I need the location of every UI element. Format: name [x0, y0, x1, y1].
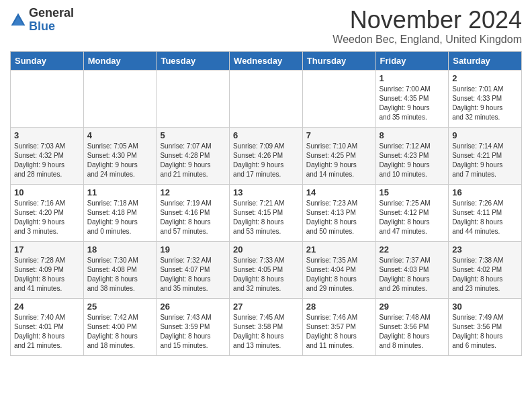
day-info: Sunrise: 7:42 AM Sunset: 4:00 PM Dayligh… — [87, 313, 153, 351]
calendar-cell: 1Sunrise: 7:00 AM Sunset: 4:35 PM Daylig… — [375, 70, 449, 127]
day-info: Sunrise: 7:16 AM Sunset: 4:20 PM Dayligh… — [14, 199, 80, 236]
day-number: 5 — [160, 130, 226, 140]
calendar-cell: 25Sunrise: 7:42 AM Sunset: 4:00 PM Dayli… — [83, 298, 157, 355]
day-number: 15 — [380, 187, 445, 197]
calendar-cell: 29Sunrise: 7:48 AM Sunset: 3:56 PM Dayli… — [375, 298, 449, 355]
day-number: 24 — [14, 302, 80, 312]
day-info: Sunrise: 7:19 AM Sunset: 4:16 PM Dayligh… — [160, 199, 226, 236]
calendar-cell — [157, 70, 230, 127]
calendar-cell: 11Sunrise: 7:18 AM Sunset: 4:18 PM Dayli… — [83, 184, 157, 241]
day-number: 17 — [14, 244, 80, 255]
day-info: Sunrise: 7:21 AM Sunset: 4:15 PM Dayligh… — [233, 199, 299, 236]
day-number: 21 — [306, 244, 372, 255]
day-number: 18 — [87, 244, 153, 255]
day-number: 1 — [380, 73, 445, 83]
calendar-cell: 16Sunrise: 7:26 AM Sunset: 4:11 PM Dayli… — [449, 184, 522, 241]
day-info: Sunrise: 7:23 AM Sunset: 4:13 PM Dayligh… — [306, 199, 372, 236]
day-number: 16 — [452, 187, 518, 197]
day-info: Sunrise: 7:18 AM Sunset: 4:18 PM Dayligh… — [87, 199, 153, 236]
calendar-cell: 2Sunrise: 7:01 AM Sunset: 4:33 PM Daylig… — [449, 70, 522, 127]
calendar-cell: 20Sunrise: 7:33 AM Sunset: 4:05 PM Dayli… — [230, 241, 303, 298]
calendar-cell: 19Sunrise: 7:32 AM Sunset: 4:07 PM Dayli… — [157, 241, 230, 298]
col-header-sunday: Sunday — [11, 51, 84, 70]
col-header-tuesday: Tuesday — [157, 51, 230, 70]
day-number: 13 — [233, 187, 299, 197]
day-number: 23 — [452, 244, 518, 255]
day-info: Sunrise: 7:26 AM Sunset: 4:11 PM Dayligh… — [452, 199, 518, 236]
day-number: 30 — [452, 302, 518, 312]
day-info: Sunrise: 7:49 AM Sunset: 3:56 PM Dayligh… — [452, 313, 518, 351]
day-number: 20 — [233, 244, 299, 255]
day-info: Sunrise: 7:40 AM Sunset: 4:01 PM Dayligh… — [14, 313, 80, 351]
day-number: 10 — [14, 187, 80, 197]
day-number: 2 — [452, 73, 518, 83]
day-number: 28 — [306, 302, 372, 312]
day-info: Sunrise: 7:14 AM Sunset: 4:21 PM Dayligh… — [452, 142, 518, 179]
day-number: 29 — [380, 302, 445, 312]
calendar-week-row: 24Sunrise: 7:40 AM Sunset: 4:01 PM Dayli… — [11, 298, 522, 355]
calendar-cell: 28Sunrise: 7:46 AM Sunset: 3:57 PM Dayli… — [302, 298, 375, 355]
calendar-cell: 7Sunrise: 7:10 AM Sunset: 4:25 PM Daylig… — [302, 127, 375, 184]
logo-blue-text: Blue — [29, 20, 74, 34]
day-number: 25 — [87, 302, 153, 312]
day-info: Sunrise: 7:37 AM Sunset: 4:03 PM Dayligh… — [380, 256, 445, 293]
day-info: Sunrise: 7:30 AM Sunset: 4:08 PM Dayligh… — [87, 256, 153, 293]
calendar-cell: 9Sunrise: 7:14 AM Sunset: 4:21 PM Daylig… — [449, 127, 522, 184]
day-info: Sunrise: 7:03 AM Sunset: 4:32 PM Dayligh… — [14, 142, 80, 179]
day-info: Sunrise: 7:33 AM Sunset: 4:05 PM Dayligh… — [233, 256, 299, 293]
calendar-cell: 30Sunrise: 7:49 AM Sunset: 3:56 PM Dayli… — [449, 298, 522, 355]
day-info: Sunrise: 7:35 AM Sunset: 4:04 PM Dayligh… — [306, 256, 372, 293]
day-info: Sunrise: 7:05 AM Sunset: 4:30 PM Dayligh… — [87, 142, 153, 179]
calendar-cell: 27Sunrise: 7:45 AM Sunset: 3:58 PM Dayli… — [230, 298, 303, 355]
calendar-cell: 10Sunrise: 7:16 AM Sunset: 4:20 PM Dayli… — [11, 184, 84, 241]
day-number: 9 — [452, 130, 518, 140]
calendar-cell — [83, 70, 157, 127]
calendar-cell: 14Sunrise: 7:23 AM Sunset: 4:13 PM Dayli… — [302, 184, 375, 241]
day-info: Sunrise: 7:25 AM Sunset: 4:12 PM Dayligh… — [380, 199, 445, 236]
page-title: November 2024 — [332, 7, 522, 34]
logo-general-text: General — [29, 7, 74, 20]
calendar-cell — [230, 70, 303, 127]
day-info: Sunrise: 7:07 AM Sunset: 4:28 PM Dayligh… — [160, 142, 226, 179]
day-number: 8 — [380, 130, 445, 140]
calendar-cell — [302, 70, 375, 127]
logo: General Blue — [10, 7, 74, 34]
day-number: 7 — [306, 130, 372, 140]
day-info: Sunrise: 7:38 AM Sunset: 4:02 PM Dayligh… — [452, 256, 518, 293]
calendar-cell: 17Sunrise: 7:28 AM Sunset: 4:09 PM Dayli… — [11, 241, 84, 298]
day-number: 3 — [14, 130, 80, 140]
calendar-cell: 3Sunrise: 7:03 AM Sunset: 4:32 PM Daylig… — [11, 127, 84, 184]
day-info: Sunrise: 7:28 AM Sunset: 4:09 PM Dayligh… — [14, 256, 80, 293]
day-number: 6 — [233, 130, 299, 140]
calendar-cell: 15Sunrise: 7:25 AM Sunset: 4:12 PM Dayli… — [375, 184, 449, 241]
calendar-cell: 21Sunrise: 7:35 AM Sunset: 4:04 PM Dayli… — [302, 241, 375, 298]
col-header-friday: Friday — [375, 51, 449, 70]
calendar-cell — [11, 70, 84, 127]
page-subtitle: Weedon Bec, England, United Kingdom — [332, 34, 522, 46]
calendar-cell: 13Sunrise: 7:21 AM Sunset: 4:15 PM Dayli… — [230, 184, 303, 241]
calendar-cell: 6Sunrise: 7:09 AM Sunset: 4:26 PM Daylig… — [230, 127, 303, 184]
day-info: Sunrise: 7:12 AM Sunset: 4:23 PM Dayligh… — [380, 142, 445, 179]
calendar-week-row: 17Sunrise: 7:28 AM Sunset: 4:09 PM Dayli… — [11, 241, 522, 298]
day-number: 14 — [306, 187, 372, 197]
title-block: November 2024 Weedon Bec, England, Unite… — [332, 7, 522, 46]
calendar-cell: 22Sunrise: 7:37 AM Sunset: 4:03 PM Dayli… — [375, 241, 449, 298]
logo-text: General Blue — [29, 7, 74, 34]
calendar-cell: 18Sunrise: 7:30 AM Sunset: 4:08 PM Dayli… — [83, 241, 157, 298]
calendar-cell: 8Sunrise: 7:12 AM Sunset: 4:23 PM Daylig… — [375, 127, 449, 184]
calendar-week-row: 1Sunrise: 7:00 AM Sunset: 4:35 PM Daylig… — [11, 70, 522, 127]
logo-icon — [10, 12, 26, 28]
day-info: Sunrise: 7:01 AM Sunset: 4:33 PM Dayligh… — [452, 85, 518, 122]
day-info: Sunrise: 7:10 AM Sunset: 4:25 PM Dayligh… — [306, 142, 372, 179]
calendar-cell: 23Sunrise: 7:38 AM Sunset: 4:02 PM Dayli… — [449, 241, 522, 298]
day-number: 4 — [87, 130, 153, 140]
calendar-cell: 4Sunrise: 7:05 AM Sunset: 4:30 PM Daylig… — [83, 127, 157, 184]
day-number: 27 — [233, 302, 299, 312]
calendar-cell: 26Sunrise: 7:43 AM Sunset: 3:59 PM Dayli… — [157, 298, 230, 355]
day-info: Sunrise: 7:09 AM Sunset: 4:26 PM Dayligh… — [233, 142, 299, 179]
calendar-table: SundayMondayTuesdayWednesdayThursdayFrid… — [10, 51, 522, 356]
day-number: 26 — [160, 302, 226, 312]
col-header-wednesday: Wednesday — [230, 51, 303, 70]
day-info: Sunrise: 7:00 AM Sunset: 4:35 PM Dayligh… — [380, 85, 445, 122]
col-header-saturday: Saturday — [449, 51, 522, 70]
